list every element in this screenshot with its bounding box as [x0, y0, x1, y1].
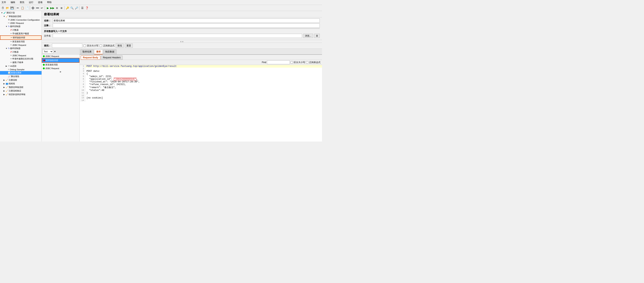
- menu-file[interactable]: 文件: [1, 0, 7, 4]
- regex-checkbox[interactable]: [100, 44, 102, 47]
- tree-item-loop1[interactable]: ▼ ↻ 循环控制器: [0, 25, 42, 28]
- tree-item-loop2[interactable]: ▼ ↻ 循环控制器: [0, 47, 42, 50]
- tree-item-loan-request[interactable]: ✂ 请求放款内容: [0, 35, 42, 40]
- expand-send-loan[interactable]: [8, 40, 10, 43]
- result-list-collapse[interactable]: ▶: [42, 70, 80, 73]
- expand-result[interactable]: [5, 72, 8, 74]
- toolbar-add-btn[interactable]: ➕: [31, 6, 35, 10]
- result-item-jdbc2[interactable]: JDBC Request: [42, 67, 80, 70]
- tree-item-renew-risk[interactable]: ▶ 🧹 续贷多选风控审核: [0, 93, 42, 96]
- tree-item-counter2[interactable]: ✗ 计数器: [0, 50, 42, 54]
- scroll-up-indicator[interactable]: ▲▲: [42, 40, 322, 43]
- toolbar-remove-btn[interactable]: ➖: [35, 6, 40, 10]
- tree-item-thread-group[interactable]: ▶ 👥 线程组: [0, 82, 42, 85]
- toolbar-copy-btn[interactable]: 📋: [20, 6, 24, 10]
- tree-item-debug-sampler[interactable]: ✂ Debug Sampler: [0, 68, 42, 71]
- expand-audit[interactable]: ▼: [3, 15, 5, 17]
- tree-item-jdbc-req-3[interactable]: ✂ JDBC Request: [0, 54, 42, 57]
- comment-input[interactable]: [53, 23, 320, 28]
- expand-counter1[interactable]: [8, 29, 10, 31]
- tree-item-agg-report[interactable]: 📈 聚合报告: [0, 75, 42, 78]
- sub-tab-request-headers[interactable]: Request Headers: [101, 55, 123, 60]
- comment-row: 注释：: [44, 23, 320, 28]
- format-select[interactable]: Text HTML JSON XML: [42, 49, 53, 54]
- expand-debug[interactable]: [5, 68, 8, 70]
- tab-request[interactable]: 请求: [94, 49, 103, 54]
- tab-response-data[interactable]: 响应数据: [103, 49, 116, 54]
- name-input[interactable]: [53, 18, 320, 23]
- toolbar-zoom-btn[interactable]: 🔎: [74, 6, 78, 10]
- browse-button[interactable]: 浏览...: [303, 34, 313, 38]
- tree-item-jdbc-req-2[interactable]: ✂ JDBC Request: [0, 43, 42, 47]
- sub-tabs-row: Request Body Request Headers: [80, 55, 322, 60]
- expand-register-verify[interactable]: ▶: [3, 90, 5, 92]
- toolbar-record-btn[interactable]: ⏺: [55, 6, 59, 10]
- result-item-loan[interactable]: 请求放款内容: [42, 58, 80, 63]
- reset-button[interactable]: 重置: [125, 43, 133, 48]
- toolbar-help-btn[interactable]: ❓: [85, 6, 89, 10]
- expand-thread[interactable]: ▶: [3, 83, 5, 85]
- tree-item-send-loan-msg[interactable]: ✂ 发送放款消息: [0, 40, 42, 43]
- sub-tab-request-body[interactable]: Request Body: [81, 55, 100, 60]
- toolbar-new-btn[interactable]: 🗒: [1, 6, 5, 10]
- search-button[interactable]: 查找: [116, 43, 124, 48]
- expand-va[interactable]: ▶: [5, 65, 8, 67]
- tree-item-register-flow[interactable]: ▶ 🧹 注册流程: [0, 78, 42, 82]
- toolbar-paste-btn[interactable]: 📄: [25, 6, 29, 10]
- expand-overdue-sub[interactable]: [8, 61, 10, 63]
- result-item-jdbc[interactable]: JDBC Request: [42, 54, 80, 58]
- tree-item-result-tree[interactable]: 📊 察看结果树: [0, 71, 42, 75]
- toolbar-save-btn[interactable]: 💾: [10, 6, 14, 10]
- expand-loop2[interactable]: ▼: [5, 47, 8, 49]
- display-button[interactable]: 显: [314, 34, 320, 38]
- search-input[interactable]: [52, 43, 82, 48]
- tree-item-register-verify[interactable]: ▶ 🧹 注册流程验证: [0, 89, 42, 93]
- expand-jdbc-config[interactable]: [5, 19, 8, 21]
- expand-jdbc1[interactable]: [5, 22, 8, 24]
- tree-item-jdbc-config[interactable]: ⚙ JDBC Connection Configuration: [0, 18, 42, 21]
- tree-item-jdbc-req-1[interactable]: ✂ JDBC Request: [0, 21, 42, 25]
- menu-search[interactable]: 查找: [19, 0, 25, 4]
- tree-item-root[interactable]: ▼ 🧪 测试计划: [0, 11, 42, 14]
- expand-overdue[interactable]: [8, 58, 10, 60]
- dropdown-arrow[interactable]: ▼: [54, 50, 56, 53]
- tree-item-counter1[interactable]: ✗ 计数器: [0, 28, 42, 32]
- expand-loop1[interactable]: ▼: [5, 25, 8, 27]
- find-case-checkbox[interactable]: [290, 61, 293, 64]
- result-item-send-loan[interactable]: 发送放款消息: [42, 63, 80, 67]
- expand-pre-credit[interactable]: ▶: [3, 86, 5, 88]
- expand-loan[interactable]: [8, 36, 10, 39]
- expand-agg[interactable]: [5, 75, 8, 77]
- menu-edit[interactable]: 编辑: [10, 0, 16, 4]
- toolbar-search-btn[interactable]: 🔍: [70, 6, 74, 10]
- tab-sample-result[interactable]: 取样结果: [80, 49, 94, 54]
- expand-register[interactable]: ▶: [3, 79, 5, 81]
- toolbar-key-btn[interactable]: 🔑: [65, 6, 70, 10]
- tree-item-audit-flow[interactable]: ▼ 🧹 审核放款流程: [0, 14, 42, 18]
- tree-item-pre-credit[interactable]: ▶ 🧹 预授信审核流程: [0, 85, 42, 89]
- menu-run[interactable]: 运行: [28, 0, 34, 4]
- filename-input[interactable]: [53, 34, 302, 38]
- expand-jdbc2[interactable]: [8, 44, 10, 46]
- find-input[interactable]: [267, 60, 290, 64]
- menu-options[interactable]: 选项: [37, 0, 43, 4]
- toolbar-cut-btn[interactable]: ✂: [16, 6, 20, 10]
- toolbar-list-btn[interactable]: ☰: [80, 6, 84, 10]
- expand-counter2[interactable]: [8, 51, 10, 53]
- toolbar-undo-btn[interactable]: ↩: [40, 6, 44, 10]
- toolbar-open-btn[interactable]: 📂: [5, 6, 10, 10]
- expand-root[interactable]: ▼: [1, 12, 3, 14]
- toolbar-run-all-btn[interactable]: ▶▶: [50, 6, 54, 10]
- find-regex-checkbox[interactable]: [306, 61, 308, 64]
- tree-item-va-repay[interactable]: ▶ ✂ va还款: [0, 64, 42, 68]
- expand-jdbc3[interactable]: [8, 54, 10, 56]
- menu-help[interactable]: 帮助: [46, 0, 52, 4]
- tree-item-overdue-apply[interactable]: ✂ 申请件逾期仅支持分期: [0, 57, 42, 61]
- case-sensitive-checkbox[interactable]: [84, 44, 86, 47]
- expand-manual[interactable]: [8, 32, 10, 35]
- tree-item-manual-quota[interactable]: ✂ 手动配置用户额度: [0, 32, 42, 35]
- toolbar-run-btn[interactable]: ▶: [46, 6, 50, 10]
- toolbar-stop-btn[interactable]: ⏹: [59, 6, 64, 10]
- expand-renew-risk[interactable]: ▶: [3, 93, 5, 95]
- tree-item-overdue-sub[interactable]: ✂ 逾期.子账单: [0, 61, 42, 64]
